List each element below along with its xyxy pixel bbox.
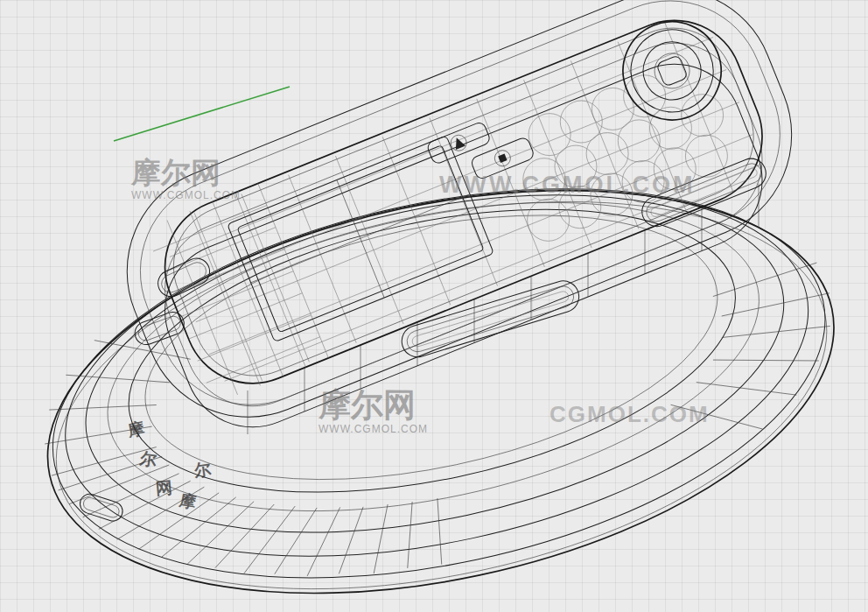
right-side-slot[interactable] — [638, 154, 771, 231]
wireframe-canvas — [0, 0, 868, 612]
device-side-ribs — [248, 184, 759, 434]
button-up[interactable] — [426, 121, 492, 165]
device-bottom-shell[interactable] — [144, 44, 783, 448]
device-mid-band[interactable] — [144, 23, 783, 427]
button-down[interactable] — [470, 137, 536, 180]
dock-radial-mesh — [26, 188, 868, 612]
y-axis-line — [114, 87, 290, 141]
cad-viewport[interactable]: 摩尔网 WWW.CGMOL.COM WWW.CGMOL.COM 摩尔网 WWW.… — [0, 0, 868, 612]
control-center-key[interactable] — [656, 55, 688, 87]
circular-control[interactable] — [608, 7, 736, 135]
dock-base[interactable] — [10, 123, 868, 612]
device-internal-cage — [144, 184, 328, 404]
device-screen[interactable] — [228, 136, 494, 342]
